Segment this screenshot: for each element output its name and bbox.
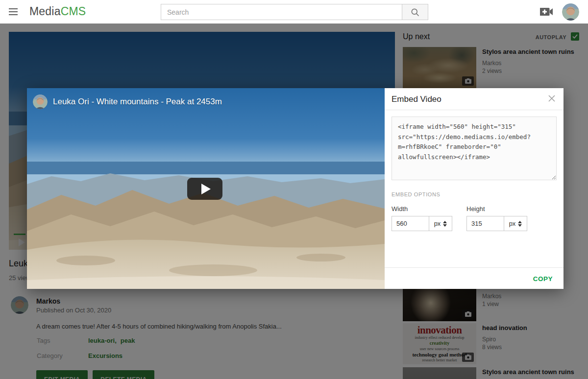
- hamburger-menu-button[interactable]: [9, 6, 21, 17]
- play-button[interactable]: [187, 178, 222, 200]
- mediacms-app: MediaCMS: [0, 0, 588, 379]
- dialog-title: Embed Video: [392, 95, 441, 104]
- embed-options-label: EMBED OPTIONS: [392, 191, 440, 197]
- close-icon: [547, 94, 557, 103]
- height-label: Height: [466, 205, 527, 213]
- width-unit-value: px: [434, 220, 441, 227]
- width-label: Width: [392, 205, 452, 213]
- stepper-icon: [443, 221, 447, 227]
- user-avatar-image: [562, 3, 579, 21]
- logo-cms-text: CMS: [61, 5, 86, 18]
- user-avatar[interactable]: [562, 3, 579, 21]
- play-icon: [201, 184, 211, 194]
- width-option: Width px: [392, 205, 452, 231]
- embed-dialog: Embed Video <iframe width="560" height="…: [385, 88, 564, 289]
- top-bar: MediaCMS: [0, 0, 588, 24]
- preview-avatar-image: [33, 95, 48, 109]
- dialog-body: <iframe width="560" height="315" src="ht…: [385, 110, 564, 267]
- header-actions: [540, 0, 579, 24]
- height-unit-value: px: [509, 220, 516, 227]
- search-input[interactable]: [161, 4, 402, 20]
- dialog-header: Embed Video: [385, 88, 564, 110]
- logo[interactable]: MediaCMS: [29, 5, 86, 18]
- height-unit-select[interactable]: px: [504, 216, 527, 231]
- embed-popup: Leuka Ori - White mountains - Peak at 24…: [27, 88, 564, 289]
- video-preview[interactable]: Leuka Ori - White mountains - Peak at 24…: [27, 88, 385, 289]
- upload-video-icon[interactable]: [540, 6, 553, 17]
- preview-title-bar: Leuka Ori - White mountains - Peak at 24…: [27, 88, 385, 116]
- width-unit-select[interactable]: px: [429, 216, 452, 231]
- stepper-icon: [518, 221, 522, 227]
- height-input[interactable]: [466, 216, 504, 231]
- copy-button[interactable]: COPY: [529, 273, 557, 284]
- hamburger-icon: [9, 8, 18, 9]
- search-bar: [161, 4, 428, 20]
- search-icon: [410, 7, 420, 17]
- dialog-footer: COPY: [385, 267, 564, 289]
- width-input[interactable]: [392, 216, 429, 231]
- preview-author-avatar: [33, 95, 48, 109]
- height-option: Height px: [466, 205, 527, 231]
- preview-video-title: Leuka Ori - White mountains - Peak at 24…: [53, 97, 222, 107]
- embed-code-textarea[interactable]: <iframe width="560" height="315" src="ht…: [392, 117, 557, 180]
- close-button[interactable]: [546, 94, 557, 104]
- logo-media-text: Media: [29, 5, 61, 18]
- search-button[interactable]: [402, 4, 428, 20]
